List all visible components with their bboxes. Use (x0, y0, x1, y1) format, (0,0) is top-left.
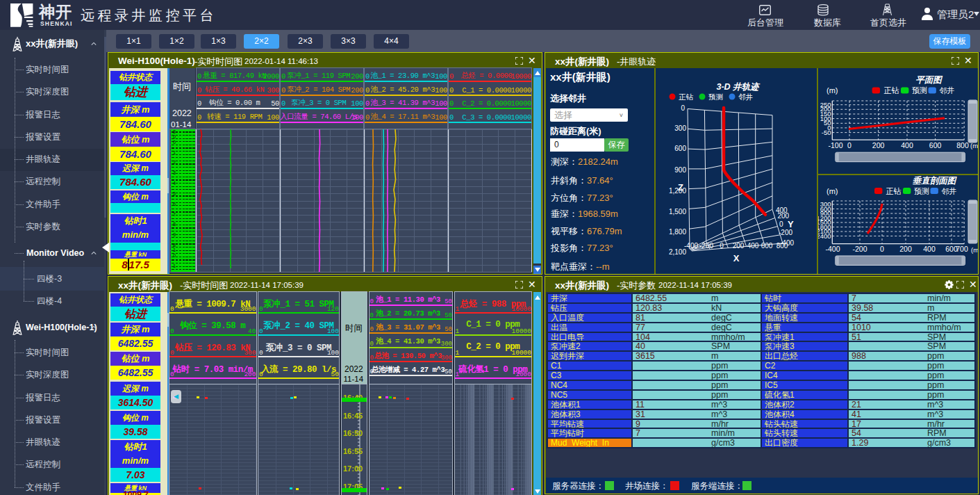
svg-text:-400: -400 (825, 245, 840, 253)
svg-text:0: 0 (779, 220, 783, 228)
svg-text:900: 900 (674, 166, 686, 174)
svg-text:-50: -50 (822, 129, 831, 136)
svg-text:2400: 2400 (818, 232, 831, 240)
svg-text:X: X (733, 253, 740, 263)
svg-text:预测: 预测 (708, 92, 723, 101)
svg-text:(m): (m) (827, 187, 838, 195)
svg-text:-200: -200 (699, 242, 713, 250)
svg-text:600: 600 (674, 145, 686, 152)
svg-text:700: 700 (956, 245, 968, 253)
svg-text:邻井: 邻井 (942, 187, 957, 195)
svg-text:(m): (m) (827, 86, 838, 95)
svg-text:600: 600 (761, 242, 773, 250)
svg-text:-400: -400 (780, 239, 794, 247)
svg-text:正钻: 正钻 (679, 92, 694, 101)
svg-text:-100: -100 (828, 141, 842, 149)
svg-text:预测: 预测 (914, 187, 929, 195)
svg-text:1,800: 1,800 (669, 228, 686, 236)
svg-text:400: 400 (901, 141, 913, 149)
svg-text:200: 200 (899, 245, 912, 253)
svg-text:邻井: 邻井 (940, 86, 955, 95)
svg-text:Y: Y (788, 219, 794, 229)
svg-text:300: 300 (674, 124, 686, 132)
svg-text:-400: -400 (684, 242, 698, 250)
svg-text:预测: 预测 (912, 86, 927, 95)
svg-text:200: 200 (733, 242, 745, 250)
svg-text:邻井: 邻井 (738, 92, 753, 101)
svg-text:正钻: 正钻 (884, 86, 899, 95)
svg-text:正钻: 正钻 (886, 187, 902, 195)
svg-text:0: 0 (880, 245, 884, 253)
svg-text:-200: -200 (852, 245, 867, 253)
svg-text:1,500: 1,500 (669, 208, 686, 216)
svg-text:0: 0 (681, 104, 685, 112)
svg-text:平面图: 平面图 (915, 75, 942, 85)
svg-text:Z: Z (678, 182, 683, 193)
svg-text:800: 800 (956, 141, 969, 149)
svg-text:垂直剖面图: 垂直剖面图 (913, 176, 957, 186)
svg-text:(m): (m) (970, 142, 978, 149)
svg-text:0: 0 (847, 141, 852, 149)
svg-text:600: 600 (929, 141, 942, 149)
svg-text:400: 400 (923, 245, 936, 253)
svg-text:3-D 井轨迹: 3-D 井轨迹 (716, 82, 761, 92)
svg-text:-200: -200 (779, 229, 792, 236)
svg-text:(m): (m) (971, 246, 978, 254)
svg-text:200: 200 (872, 141, 885, 149)
svg-text:0: 0 (720, 242, 724, 250)
svg-text:400: 400 (747, 242, 759, 250)
